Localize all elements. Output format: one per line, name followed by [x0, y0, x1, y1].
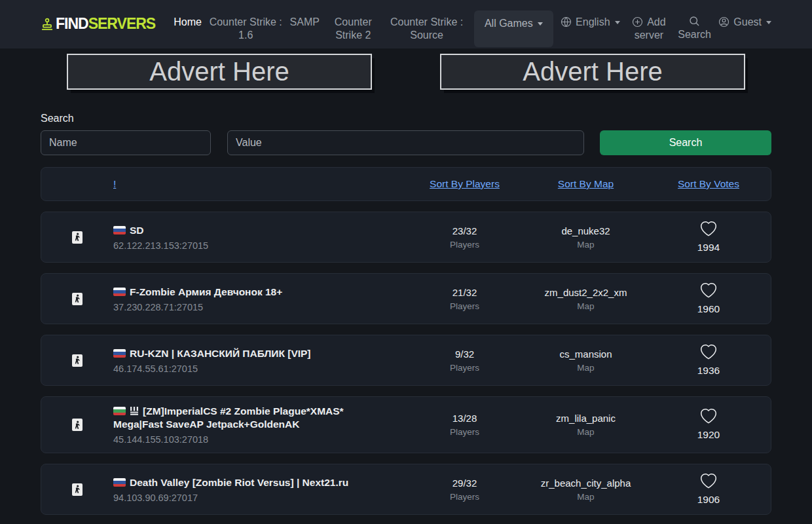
map-name: zm_dust2_2x2_xm — [525, 287, 646, 298]
nav-add-server[interactable]: Add server — [627, 16, 671, 47]
value-input[interactable] — [227, 130, 584, 155]
crown-icon — [130, 407, 139, 415]
search-panel: Search Search — [0, 113, 812, 155]
globe-icon — [561, 16, 572, 28]
server-row[interactable]: Death Valley [Zombie Riot Versus] | Next… — [41, 464, 771, 515]
vote-count: 1936 — [646, 365, 771, 377]
heart-vote-icon[interactable] — [701, 221, 716, 240]
cs16-game-icon — [72, 231, 83, 244]
server-row[interactable]: SD 62.122.213.153:27015 23/32Players de_… — [41, 212, 771, 263]
language-dropdown[interactable]: English — [561, 16, 619, 47]
russia-flag-icon — [113, 478, 126, 487]
search-panel-label: Search — [41, 113, 771, 124]
map-label: Map — [525, 427, 646, 437]
player-count: 29/32 — [404, 477, 525, 489]
chevron-down-icon — [615, 21, 620, 24]
vote-count: 1960 — [646, 303, 771, 315]
server-name: RU-KZN | КАЗАНСКИЙ ПАБЛИК [VIP] — [130, 348, 311, 359]
sort-by-votes-link[interactable]: Sort By Votes — [646, 178, 771, 190]
chevron-down-icon — [538, 22, 543, 26]
map-label: Map — [525, 363, 646, 373]
nav-home[interactable]: Home — [174, 16, 202, 47]
cs16-game-icon — [72, 419, 83, 431]
server-list: ! Sort By Players Sort By Map Sort By Vo… — [0, 167, 812, 515]
brand-find: FIND — [56, 15, 88, 33]
server-row[interactable]: RU-KZN | КАЗАНСКИЙ ПАБЛИК [VIP] 46.174.5… — [41, 335, 771, 386]
plus-circle-icon — [632, 16, 643, 28]
server-name: F-Zombie Армия Девчонок 18+ — [130, 286, 282, 297]
server-name: [ZM]ImperialCS #2 Zombie Plague*XMAS* Me… — [113, 405, 344, 430]
heart-vote-icon[interactable] — [701, 345, 716, 363]
server-ip: 62.122.213.153:27015 — [113, 240, 388, 251]
advert-banner-right[interactable]: Advert Here — [440, 54, 745, 90]
joystick-icon — [41, 18, 54, 31]
heart-vote-icon[interactable] — [701, 409, 716, 427]
advert-banner-left[interactable]: Advert Here — [67, 54, 372, 90]
player-count: 13/28 — [404, 413, 525, 424]
cs16-game-icon — [72, 354, 83, 367]
cs16-game-icon — [72, 483, 83, 496]
russia-flag-icon — [113, 288, 126, 296]
map-name: cs_mansion — [525, 348, 646, 360]
nav-counter-strike-source[interactable]: Counter Strike : Source — [387, 16, 467, 47]
players-label: Players — [404, 427, 525, 437]
guest-dropdown[interactable]: Guest — [718, 16, 771, 47]
map-name: de_nuke32 — [525, 225, 646, 236]
players-label: Players — [404, 492, 525, 502]
map-label: Map — [525, 240, 646, 250]
server-ip: 94.103.90.69:27017 — [113, 493, 388, 503]
main-nav: Home Counter Strike : 1.6 SAMP Counter S… — [174, 0, 771, 47]
server-name: Death Valley [Zombie Riot Versus] | Next… — [130, 477, 348, 488]
alert-link[interactable]: ! — [113, 178, 116, 190]
players-label: Players — [404, 240, 525, 250]
brand-logo[interactable]: FINDSERVERS — [41, 15, 155, 33]
heart-vote-icon[interactable] — [701, 474, 716, 492]
players-label: Players — [404, 363, 525, 373]
brand-servers: SERVERS — [88, 15, 156, 33]
nav-search-label: Search — [678, 29, 711, 40]
all-games-dropdown[interactable]: All Games — [474, 10, 553, 47]
server-row[interactable]: F-Zombie Армия Девчонок 18+ 37.230.228.7… — [41, 273, 771, 324]
nav-counter-strike-1-6[interactable]: Counter Strike : 1.6 — [209, 16, 282, 47]
vote-count: 1920 — [646, 429, 771, 441]
search-icon — [689, 16, 700, 27]
language-label: English — [576, 16, 610, 28]
russia-flag-icon — [113, 226, 126, 234]
sort-by-map-link[interactable]: Sort By Map — [525, 178, 646, 190]
vote-count: 1994 — [646, 242, 771, 253]
nav-search[interactable]: Search — [678, 16, 711, 47]
list-header: ! Sort By Players Sort By Map Sort By Vo… — [41, 167, 771, 201]
russia-flag-icon — [113, 349, 126, 358]
vote-count: 1906 — [646, 494, 771, 506]
bulgaria-flag-icon — [113, 407, 126, 415]
map-label: Map — [525, 492, 646, 502]
person-circle-icon — [718, 16, 729, 28]
server-ip: 37.230.228.71:27015 — [113, 302, 388, 312]
nav-samp[interactable]: SAMP — [290, 16, 320, 47]
server-row[interactable]: [ZM]ImperialCS #2 Zombie Plague*XMAS* Me… — [41, 396, 771, 453]
advert-banners: Advert Here Advert Here — [0, 48, 812, 90]
heart-vote-icon[interactable] — [701, 283, 716, 301]
search-button[interactable]: Search — [600, 130, 771, 155]
map-name: zr_beach_city_alpha — [525, 477, 646, 489]
nav-counter-strike-2[interactable]: Counter Strike 2 — [327, 16, 379, 47]
sort-by-players-link[interactable]: Sort By Players — [404, 178, 525, 190]
player-count: 9/32 — [404, 348, 525, 360]
map-name: zm_lila_panic — [525, 413, 646, 424]
player-count: 21/32 — [404, 287, 525, 298]
server-name: SD — [130, 225, 144, 236]
guest-label: Guest — [733, 16, 762, 28]
server-ip: 45.144.155.103:27018 — [113, 434, 388, 445]
chevron-down-icon — [766, 21, 771, 24]
all-games-label: All Games — [485, 18, 533, 29]
map-label: Map — [525, 301, 646, 311]
server-ip: 46.174.55.61:27015 — [113, 364, 388, 374]
player-count: 23/32 — [404, 225, 525, 236]
players-label: Players — [404, 301, 525, 311]
name-input[interactable] — [41, 130, 211, 155]
navbar: FINDSERVERS Home Counter Strike : 1.6 SA… — [0, 0, 812, 48]
cs16-game-icon — [72, 293, 83, 305]
